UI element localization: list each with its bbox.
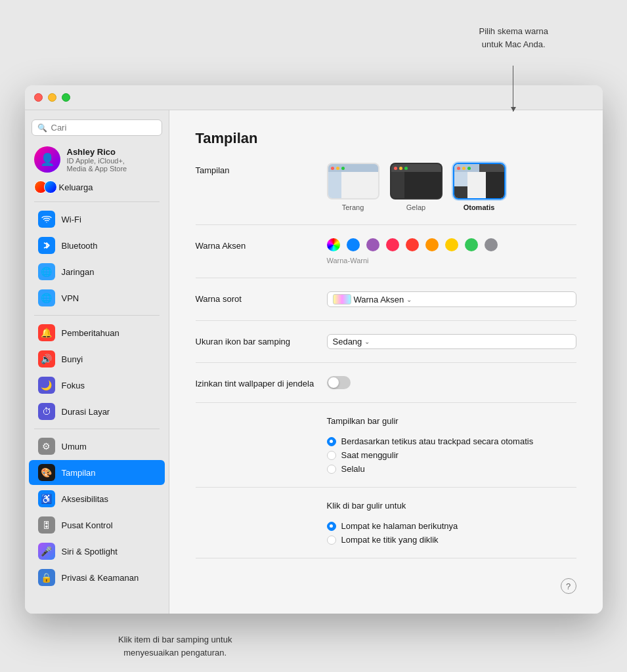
dropdown-arrow-icon: ⌄ (406, 296, 412, 303)
annotation-bottom: Klik item di bar samping untuk menyesuai… (118, 633, 232, 659)
appearance-label-auto: Otomatis (464, 203, 495, 211)
annotation-arrow-top (513, 66, 513, 112)
appearance-label-light: Terang (342, 203, 364, 211)
notifications-icon: 🔔 (38, 324, 55, 341)
highlight-dropdown[interactable]: Warna Aksen ⌄ (327, 291, 576, 307)
sidebar-item-general[interactable]: ⚙ Umum (29, 434, 165, 459)
accessibility-icon: ♿ (38, 490, 55, 507)
sidebar-label-screentime: Durasi Layar (62, 407, 110, 417)
sidebar-item-control[interactable]: 🎛 Pusat Kontrol (29, 513, 165, 537)
sound-icon: 🔊 (38, 350, 55, 368)
appearance-option-auto[interactable]: Otomatis (453, 163, 506, 211)
sidebar-label-accessibility: Aksesibilitas (62, 494, 109, 504)
sidebar-label-appearance: Tampilan (62, 468, 96, 478)
search-input[interactable] (51, 123, 156, 133)
highlight-swatch (333, 294, 351, 304)
scroll-click-label (196, 501, 327, 503)
sidebar-divider-2 (34, 315, 160, 316)
wallpaper-tint-content (327, 376, 576, 389)
sidebar-item-bluetooth[interactable]: Bluetooth (29, 233, 165, 258)
sidebar: 🔍 👤 Ashley Rico ID Apple, iCloud+,Media … (25, 110, 169, 614)
minimize-button[interactable] (48, 93, 56, 102)
sidebar-item-siri[interactable]: 🎤 Siri & Spotlight (29, 539, 165, 564)
avatar: 👤 (34, 146, 60, 173)
scrollbar-content: Tampilkan bar gulir Berdasarkan tetikus … (327, 416, 576, 474)
help-button[interactable]: ? (561, 578, 576, 594)
sidebar-item-sound[interactable]: 🔊 Bunyi (29, 346, 165, 371)
privacy-icon: 🔒 (38, 569, 55, 586)
wallpaper-tint-section: Izinkan tint wallpaper di jendela (196, 376, 576, 403)
sidebar-item-network[interactable]: 🌐 Jaringan (29, 259, 165, 284)
scroll-click-radio-next (327, 522, 336, 531)
bluetooth-icon (38, 237, 55, 254)
sidebar-icon-size-section: Ukuran ikon bar samping Sedang ⌄ (196, 334, 576, 363)
scrollbar-radio-auto (327, 437, 336, 446)
accent-dot-yellow[interactable] (445, 238, 458, 251)
network-icon: 🌐 (38, 263, 55, 280)
scroll-click-label-spot: Lompat ke titik yang diklik (341, 535, 439, 545)
control-icon: 🎛 (38, 516, 55, 534)
sidebar-item-wifi[interactable]: Wi-Fi (29, 207, 165, 232)
appearance-option-light[interactable]: Terang (327, 163, 379, 211)
sidebar-item-privacy[interactable]: 🔒 Privasi & Keamanan (29, 565, 165, 590)
wallpaper-tint-toggle[interactable] (327, 376, 351, 389)
sidebar-item-screentime[interactable]: ⏱ Durasi Layar (29, 399, 165, 424)
sidebar-item-family[interactable]: Keluarga (25, 177, 169, 198)
scrollbar-label-scroll: Saat menggulir (341, 450, 399, 460)
accent-dot-blue[interactable] (347, 238, 360, 251)
sidebar-divider-1 (34, 201, 160, 202)
scrollbar-radio-group: Berdasarkan tetikus atau trackpad secara… (327, 436, 576, 474)
maximize-button[interactable] (62, 93, 70, 102)
sidebar-label-network: Jaringan (62, 267, 95, 277)
accent-dot-gray[interactable] (485, 238, 498, 251)
accent-section-label: Warna Aksen (196, 238, 327, 251)
appearance-thumb-light (327, 163, 379, 200)
accent-dot-pink[interactable] (386, 238, 399, 251)
scrollbar-option-scroll[interactable]: Saat menggulir (327, 450, 576, 460)
annotation-top: Pilih skema warna untuk Mac Anda. (479, 25, 549, 51)
close-button[interactable] (34, 93, 43, 102)
accent-dot-red[interactable] (406, 238, 419, 251)
sidebar-label-siri: Siri & Spotlight (62, 547, 118, 556)
sidebar-item-focus[interactable]: 🌙 Fokus (29, 373, 165, 398)
page-title: Tampilan (196, 130, 576, 147)
sidebar-label-notifications: Pemberitahuan (62, 328, 119, 338)
appearance-options-container: Terang (327, 163, 576, 211)
user-subtitle: ID Apple, iCloud+,Media & App Store (67, 157, 127, 173)
accent-dot-multicolor[interactable] (327, 238, 340, 251)
sidebar-icon-size-dropdown[interactable]: Sedang ⌄ (327, 334, 576, 349)
focus-icon: 🌙 (38, 377, 55, 394)
sidebar-label-privacy: Privasi & Keamanan (62, 573, 139, 583)
scroll-click-option-spot[interactable]: Lompat ke titik yang diklik (327, 535, 576, 545)
appearance-icon: 🎨 (38, 464, 55, 481)
accent-dot-orange[interactable] (425, 238, 439, 251)
accent-content: Warna-Warni (327, 238, 576, 264)
search-bar[interactable]: 🔍 (32, 119, 162, 136)
appearance-options: Terang (327, 163, 576, 211)
sidebar-item-notifications[interactable]: 🔔 Pemberitahuan (29, 320, 165, 345)
accent-color-dots (327, 238, 576, 251)
scrollbar-label-always: Selalu (341, 464, 365, 474)
sidebar-item-appearance[interactable]: 🎨 Tampilan (29, 460, 165, 485)
highlight-label: Warna sorot (196, 291, 327, 304)
appearance-section: Tampilan (196, 163, 576, 225)
sidebar-item-accessibility[interactable]: ♿ Aksesibilitas (29, 486, 165, 511)
accent-dot-purple[interactable] (366, 238, 379, 251)
sidebar-label-bluetooth: Bluetooth (62, 241, 98, 251)
sidebar-item-vpn[interactable]: 🌐 VPN (29, 285, 165, 310)
main-area: 🔍 👤 Ashley Rico ID Apple, iCloud+,Media … (25, 110, 603, 614)
sidebar-label-focus: Fokus (62, 381, 85, 390)
scrollbar-option-always[interactable]: Selalu (327, 464, 576, 474)
siri-icon: 🎤 (38, 543, 55, 560)
appearance-option-dark[interactable]: Gelap (390, 163, 443, 211)
sidebar-label-general: Umum (62, 442, 87, 452)
appearance-label-dark: Gelap (406, 203, 425, 211)
appearance-section-label: Tampilan (196, 163, 327, 175)
scroll-click-radio-spot (327, 536, 336, 545)
scroll-click-option-next[interactable]: Lompat ke halaman berikutnya (327, 521, 576, 531)
accent-dot-green[interactable] (465, 238, 478, 251)
user-profile[interactable]: 👤 Ashley Rico ID Apple, iCloud+,Media & … (25, 142, 169, 177)
user-info: Ashley Rico ID Apple, iCloud+,Media & Ap… (67, 147, 127, 173)
scrollbar-option-auto[interactable]: Berdasarkan tetikus atau trackpad secara… (327, 436, 576, 446)
highlight-section: Warna sorot Warna Aksen ⌄ (196, 291, 576, 321)
